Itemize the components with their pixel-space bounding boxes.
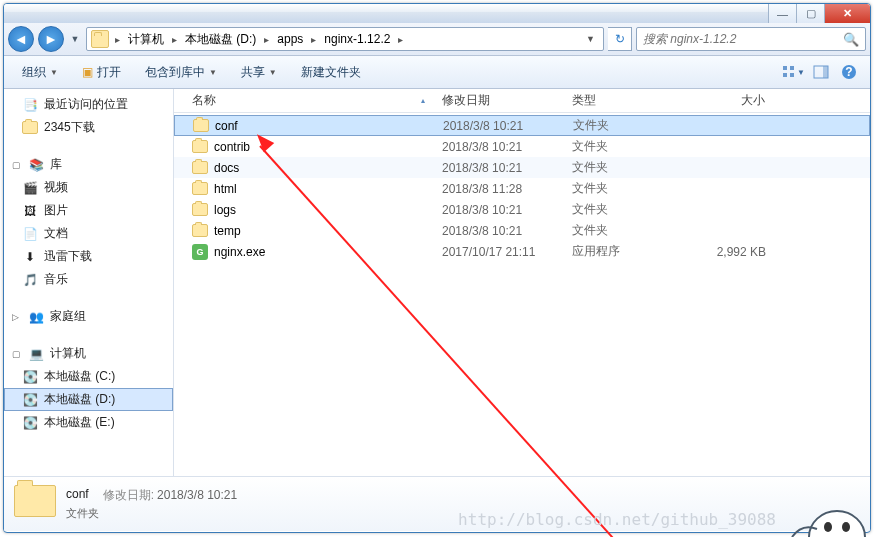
titlebar: — ▢ ✕ bbox=[4, 4, 870, 23]
svg-rect-3 bbox=[790, 73, 794, 77]
homegroup-icon: 👥 bbox=[28, 309, 44, 325]
svg-text:?: ? bbox=[845, 65, 852, 79]
toolbar: 组织▼ ▣ 打开 包含到库中▼ 共享▼ 新建文件夹 ▼ ? bbox=[4, 56, 870, 89]
sidebar-item-disk-d[interactable]: 💽本地磁盘 (D:) bbox=[4, 388, 173, 411]
breadcrumb-apps[interactable]: apps bbox=[271, 28, 309, 50]
file-type: 文件夹 bbox=[564, 201, 674, 218]
collapse-icon[interactable]: ▢ bbox=[12, 349, 22, 359]
svg-rect-0 bbox=[783, 66, 787, 70]
minimize-button[interactable]: — bbox=[768, 4, 796, 23]
sidebar-item-homegroup[interactable]: ▷👥家庭组 bbox=[4, 305, 173, 328]
column-date[interactable]: 修改日期 bbox=[434, 89, 564, 112]
help-button[interactable]: ? bbox=[836, 59, 862, 85]
folder-icon bbox=[192, 203, 208, 216]
file-name: html bbox=[214, 182, 237, 196]
chevron-down-icon[interactable]: ▼ bbox=[582, 34, 599, 44]
file-date: 2018/3/8 10:21 bbox=[434, 224, 564, 238]
exe-icon bbox=[192, 244, 208, 260]
computer-icon: 💻 bbox=[28, 346, 44, 362]
file-row[interactable]: html2018/3/8 11:28文件夹 bbox=[174, 178, 870, 199]
search-box[interactable]: 🔍 bbox=[636, 27, 866, 51]
file-row[interactable]: conf2018/3/8 10:21文件夹 bbox=[174, 115, 870, 136]
search-input[interactable] bbox=[643, 32, 843, 46]
expand-icon[interactable]: ▷ bbox=[12, 312, 22, 322]
sidebar-item-pictures[interactable]: 🖼图片 bbox=[4, 199, 173, 222]
sidebar-item-xunlei[interactable]: ⬇迅雷下载 bbox=[4, 245, 173, 268]
file-row[interactable]: nginx.exe2017/10/17 21:11应用程序2,992 KB bbox=[174, 241, 870, 262]
sidebar-item-library[interactable]: ▢📚库 bbox=[4, 153, 173, 176]
file-view: 名称▴ 修改日期 类型 大小 conf2018/3/8 10:21文件夹cont… bbox=[174, 89, 870, 476]
svg-rect-2 bbox=[783, 73, 787, 77]
back-button[interactable]: ◄ bbox=[8, 26, 34, 52]
disk-icon: 💽 bbox=[22, 415, 38, 431]
svg-rect-5 bbox=[823, 66, 828, 78]
file-row[interactable]: contrib2018/3/8 10:21文件夹 bbox=[174, 136, 870, 157]
breadcrumb-disk-d[interactable]: 本地磁盘 (D:) bbox=[179, 28, 262, 50]
file-name: docs bbox=[214, 161, 239, 175]
forward-button[interactable]: ► bbox=[38, 26, 64, 52]
sidebar-item-recent[interactable]: 📑最近访问的位置 bbox=[4, 93, 173, 116]
organize-button[interactable]: 组织▼ bbox=[12, 60, 68, 85]
include-button[interactable]: 包含到库中▼ bbox=[135, 60, 227, 85]
sidebar-item-videos[interactable]: 🎬视频 bbox=[4, 176, 173, 199]
column-headers: 名称▴ 修改日期 类型 大小 bbox=[174, 89, 870, 113]
folder-icon bbox=[22, 121, 38, 134]
panel-icon bbox=[813, 64, 829, 80]
sidebar-item-2345[interactable]: 2345下载 bbox=[4, 116, 173, 139]
new-folder-button[interactable]: 新建文件夹 bbox=[291, 60, 371, 85]
nav-bar: ◄ ► ▼ ▸ 计算机 ▸ 本地磁盘 (D:) ▸ apps ▸ nginx-1… bbox=[4, 23, 870, 56]
disk-icon: 💽 bbox=[22, 369, 38, 385]
file-type: 文件夹 bbox=[564, 159, 674, 176]
file-name: temp bbox=[214, 224, 241, 238]
column-type[interactable]: 类型 bbox=[564, 89, 674, 112]
file-date: 2018/3/8 10:21 bbox=[434, 203, 564, 217]
breadcrumb-nginx[interactable]: nginx-1.12.2 bbox=[318, 28, 396, 50]
file-row[interactable]: temp2018/3/8 10:21文件夹 bbox=[174, 220, 870, 241]
sidebar-item-computer[interactable]: ▢💻计算机 bbox=[4, 342, 173, 365]
share-button[interactable]: 共享▼ bbox=[231, 60, 287, 85]
history-dropdown[interactable]: ▼ bbox=[68, 28, 82, 50]
sidebar-item-music[interactable]: 🎵音乐 bbox=[4, 268, 173, 291]
library-icon: 📚 bbox=[28, 157, 44, 173]
svg-rect-1 bbox=[790, 66, 794, 70]
maximize-button[interactable]: ▢ bbox=[796, 4, 824, 23]
file-size: 2,992 KB bbox=[674, 245, 774, 259]
document-icon: 📄 bbox=[22, 226, 38, 242]
chevron-down-icon: ▼ bbox=[269, 68, 277, 77]
open-icon: ▣ bbox=[82, 65, 93, 79]
chevron-right-icon: ▸ bbox=[170, 34, 179, 45]
disk-icon: 💽 bbox=[22, 392, 38, 408]
open-button[interactable]: ▣ 打开 bbox=[72, 60, 131, 85]
details-name: conf bbox=[66, 487, 89, 504]
file-row[interactable]: logs2018/3/8 10:21文件夹 bbox=[174, 199, 870, 220]
file-date: 2018/3/8 10:21 bbox=[434, 140, 564, 154]
details-pane: conf 修改日期: 2018/3/8 10:21 文件夹 bbox=[4, 476, 870, 531]
content-area: 📑最近访问的位置 2345下载 ▢📚库 🎬视频 🖼图片 📄文档 ⬇迅雷下载 🎵音… bbox=[4, 89, 870, 476]
file-name: contrib bbox=[214, 140, 250, 154]
breadcrumb[interactable]: ▸ 计算机 ▸ 本地磁盘 (D:) ▸ apps ▸ nginx-1.12.2 … bbox=[86, 27, 604, 51]
file-name: nginx.exe bbox=[214, 245, 265, 259]
sidebar: 📑最近访问的位置 2345下载 ▢📚库 🎬视频 🖼图片 📄文档 ⬇迅雷下载 🎵音… bbox=[4, 89, 174, 476]
sidebar-item-disk-c[interactable]: 💽本地磁盘 (C:) bbox=[4, 365, 173, 388]
video-icon: 🎬 bbox=[22, 180, 38, 196]
sidebar-item-documents[interactable]: 📄文档 bbox=[4, 222, 173, 245]
collapse-icon[interactable]: ▢ bbox=[12, 160, 22, 170]
view-options-button[interactable]: ▼ bbox=[780, 59, 806, 85]
chevron-down-icon: ▼ bbox=[50, 68, 58, 77]
file-name: conf bbox=[215, 119, 238, 133]
file-type: 文件夹 bbox=[564, 222, 674, 239]
file-row[interactable]: docs2018/3/8 10:21文件夹 bbox=[174, 157, 870, 178]
folder-icon bbox=[91, 30, 109, 48]
file-type: 文件夹 bbox=[564, 180, 674, 197]
file-type: 应用程序 bbox=[564, 243, 674, 260]
sidebar-item-disk-e[interactable]: 💽本地磁盘 (E:) bbox=[4, 411, 173, 434]
preview-pane-button[interactable] bbox=[808, 59, 834, 85]
close-button[interactable]: ✕ bbox=[824, 4, 870, 23]
search-icon[interactable]: 🔍 bbox=[843, 32, 859, 47]
column-name[interactable]: 名称▴ bbox=[184, 89, 434, 112]
breadcrumb-computer[interactable]: 计算机 bbox=[122, 28, 170, 50]
refresh-button[interactable]: ↻ bbox=[608, 27, 632, 51]
file-date: 2018/3/8 11:28 bbox=[434, 182, 564, 196]
picture-icon: 🖼 bbox=[22, 203, 38, 219]
column-size[interactable]: 大小 bbox=[674, 89, 774, 112]
